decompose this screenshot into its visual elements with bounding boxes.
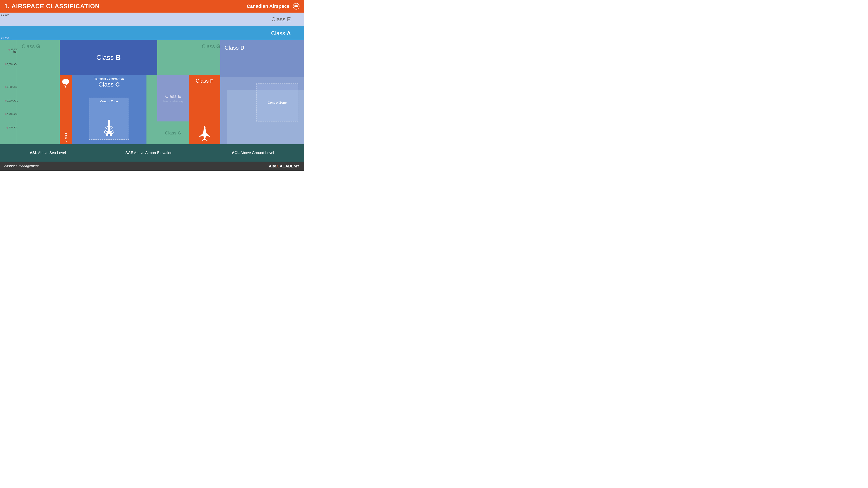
alt-1200: 1,200' AGL xyxy=(5,113,18,116)
header-subtitle: Canadian Airspace xyxy=(247,3,289,9)
control-zone-label: Control Zone xyxy=(100,100,118,103)
alt-12500-agl: AGL xyxy=(12,51,18,53)
class-d-area: Class D Control Zone xyxy=(220,40,304,144)
alt-dot xyxy=(8,49,10,51)
bottom-bar: ASL Above Sea Level AAE Above Airport El… xyxy=(0,144,304,162)
altitude-column: 12,500' AGL 9,500' AGL 3,000' AGL 2,200'… xyxy=(0,40,20,144)
class-f-right-label: Class F xyxy=(196,78,213,84)
agl-item: AGL Above Ground Level xyxy=(232,151,274,155)
alt-700: 700' AGL xyxy=(6,126,18,129)
asl-item: ASL Above Sea Level xyxy=(30,151,66,155)
subtitle-plain: Canadian xyxy=(247,3,269,9)
alt-9500: 9,500' AGL xyxy=(5,63,18,65)
alt-3000: 3,000' AGL xyxy=(5,86,18,88)
header-title: 1. AIRSPACE CLASSIFICATION xyxy=(4,3,100,10)
aae-item: AAE Above Airport Elevation xyxy=(125,151,172,155)
fl600-marker: FL 600 xyxy=(1,13,9,16)
camera-icon xyxy=(293,3,300,9)
class-g-left-label: Class G xyxy=(22,43,40,50)
class-a-band: FL 180 Class A xyxy=(0,26,304,40)
svg-rect-0 xyxy=(294,5,297,7)
control-zone-d: Control Zone xyxy=(256,84,299,122)
footer-right: AlteX ACADEMY xyxy=(269,164,300,168)
footer: airspace management AlteX ACADEMY xyxy=(0,162,304,171)
class-e-top-label: Class E xyxy=(271,16,291,23)
header: 1. AIRSPACE CLASSIFICATION Canadian Airs… xyxy=(0,0,304,12)
svg-rect-4 xyxy=(108,121,110,132)
alt-2200: 2,200' AGL xyxy=(5,100,18,102)
class-e-low-label: Class E xyxy=(165,94,181,99)
control-zone-c: Control Zone xyxy=(89,98,129,140)
low-level-airway-label: Low Level Airway xyxy=(163,100,183,103)
class-e-fl600-row: FL 600 Class E xyxy=(0,12,304,26)
class-e-band: FL 600 Class E xyxy=(0,12,304,26)
svg-point-13 xyxy=(204,126,206,129)
header-right: Canadian Airspace xyxy=(247,3,300,9)
page-wrapper: 1. AIRSPACE CLASSIFICATION Canadian Airs… xyxy=(0,0,304,171)
svg-marker-1 xyxy=(297,5,298,7)
svg-rect-7 xyxy=(108,134,110,136)
class-g-right-label: Class G xyxy=(202,43,220,50)
class-f-left-box: Class F xyxy=(60,75,72,144)
class-c-label: Class C xyxy=(98,81,120,88)
class-a-row: FL 180 Class A xyxy=(0,26,304,40)
control-zone-d-label: Control Zone xyxy=(268,101,287,104)
alt-12500: 12,500' xyxy=(8,48,18,51)
full-diagram: FL 600 Class E FL 180 Class A xyxy=(0,12,304,171)
class-c-box: Terminal Control Area Class C Control Zo… xyxy=(72,75,147,144)
footer-left: airspace management xyxy=(4,164,39,168)
class-e-low-box: Class E Low Level Airway xyxy=(157,75,189,122)
fl-label: FL xyxy=(1,13,4,16)
fl180-marker: FL 180 xyxy=(1,37,9,39)
subtitle-bold: Airspace xyxy=(269,3,289,9)
class-a-label: Class A xyxy=(271,30,291,36)
fl-value: 600 xyxy=(5,13,8,16)
terminal-label: Terminal Control Area xyxy=(94,77,124,80)
class-f-right-box: Class F xyxy=(189,75,220,144)
class-d-label: Class D xyxy=(225,44,244,51)
middle-section: 12,500' AGL 9,500' AGL 3,000' AGL 2,200'… xyxy=(0,40,304,144)
parachute-icon xyxy=(62,78,70,89)
tower-icon xyxy=(101,119,117,138)
svg-rect-3 xyxy=(65,86,66,88)
class-b-box: Class B xyxy=(60,40,157,75)
content-area: Class G Class G Class B xyxy=(20,40,304,144)
jet-icon xyxy=(197,126,212,141)
svg-point-8 xyxy=(108,120,110,122)
class-f-left-label: Class F xyxy=(64,132,67,142)
class-g-bottom-label: Class G xyxy=(157,122,189,144)
